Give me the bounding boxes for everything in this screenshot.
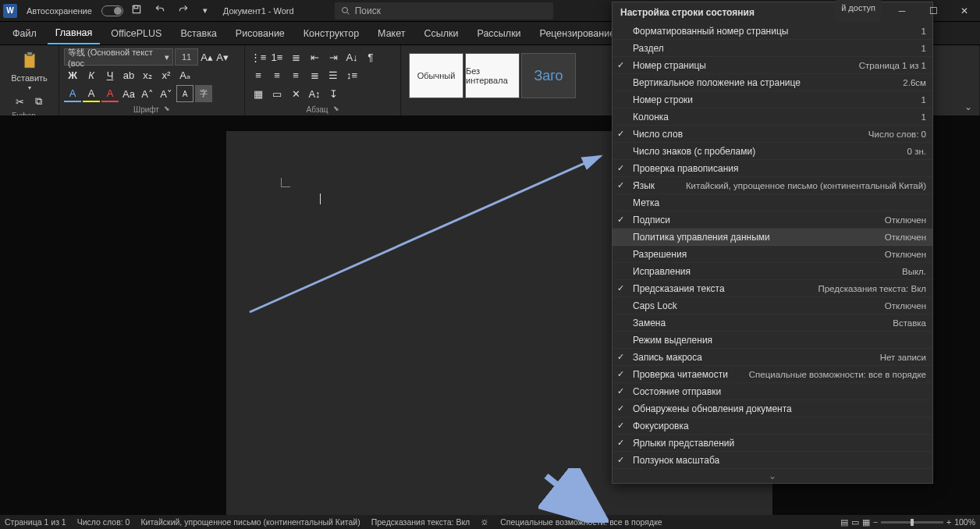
numbering-icon[interactable]: 1≡ [268,48,286,66]
font-dialog-launcher[interactable]: ⬊ [164,105,170,112]
tab-рецензирование[interactable]: Рецензирование [532,23,623,44]
search-box[interactable]: Поиск [335,2,553,20]
italic-button[interactable]: К [83,67,100,84]
zoom-in-icon[interactable]: + [946,517,951,527]
style-heading[interactable]: Заго [521,53,576,98]
statusbar-menu-item[interactable]: Раздел1 [612,40,932,57]
qat-more[interactable]: ▾ [197,5,214,16]
tab-рассылки[interactable]: Рассылки [470,23,529,44]
tab-ссылки[interactable]: Ссылки [416,23,466,44]
statusbar-menu-item[interactable]: ✓Состояние отправки [612,383,932,400]
clear-format-icon[interactable]: Aₐ [176,67,194,84]
status-predictions[interactable]: Предсказания текста: Вкл [371,517,470,527]
statusbar-menu-item[interactable]: ✓Обнаружены обновления документа [612,400,932,417]
statusbar-menu-item[interactable]: Форматированный номер страницы1 [612,23,932,40]
multilevel-icon[interactable]: ≣ [287,48,304,66]
align-left-icon[interactable]: ≡ [250,67,267,84]
statusbar-menu-item[interactable]: Метка [612,194,932,211]
status-words[interactable]: Число слов: 0 [77,517,130,527]
statusbar-menu-item[interactable]: ✓Ярлыки представлений [612,435,932,452]
change-case-icon[interactable]: Aa [120,85,137,102]
statusbar-menu-item[interactable]: РазрешенияОтключен [612,246,932,263]
grow-a-icon[interactable]: A˄ [139,85,156,102]
tab-officeplus[interactable]: OfficePLUS [103,23,169,44]
superscript-button[interactable]: x² [158,67,175,84]
statusbar-menu-item[interactable]: Колонка1 [612,108,932,126]
char-shading-icon[interactable]: 字 [195,85,212,102]
format-painter-icon[interactable]: ✂ [12,93,29,110]
maximize-button[interactable]: ☐ [918,0,949,22]
sort-icon[interactable]: A↓ [343,48,360,66]
zoom-out-icon[interactable]: − [873,517,878,527]
status-a11y-icon[interactable]: ⛭ [481,517,489,527]
font-color2-icon[interactable]: A [101,85,119,102]
subscript-button[interactable]: x₂ [139,67,156,84]
statusbar-menu-item[interactable]: ✓Проверка читаемостиСпециальные возможно… [612,366,932,383]
statusbar-menu-item[interactable]: Режим выделения [612,332,932,349]
zoom-slider[interactable] [881,521,943,524]
decrease-indent-icon[interactable]: ⇤ [306,48,323,66]
status-page[interactable]: Страница 1 из 1 [5,517,66,527]
statusbar-menu-item[interactable]: ✓Проверка правописания [612,160,932,177]
view-web-icon[interactable]: ▦ [862,517,870,527]
statusbar-menu-item[interactable]: Номер строки1 [612,91,932,108]
statusbar-menu-item[interactable]: ✓ПодписиОтключен [612,211,932,229]
justify-icon[interactable]: ≣ [306,67,323,84]
tab-главная[interactable]: Главная [48,23,101,44]
share-button[interactable]: й доступ [835,0,882,22]
align-center-icon[interactable]: ≡ [268,67,286,84]
autosave-toggle[interactable] [101,5,123,16]
underline-button[interactable]: Ч [101,67,119,84]
statusbar-menu-item[interactable]: ✓Фокусировка [612,417,932,435]
highlight-icon[interactable]: A [83,85,100,102]
tab-файл[interactable]: Файл [5,23,44,44]
show-marks-icon[interactable]: ¶ [362,48,379,66]
copy-icon[interactable]: ⧉ [30,93,48,110]
borders-icon[interactable]: ▭ [268,85,286,102]
style-normal[interactable]: Обычный [409,53,463,98]
paste-button[interactable]: Вставить ▾ [5,48,54,93]
line-spacing-icon[interactable]: ↕≡ [343,67,360,84]
bold-button[interactable]: Ж [64,67,81,84]
para5-icon[interactable]: ↧ [325,85,342,102]
distributed-icon[interactable]: ☰ [325,67,342,84]
font-size-combo[interactable]: 11 [175,48,198,66]
statusbar-menu-item[interactable]: Вертикальное положение на странице2.6см [612,74,932,91]
statusbar-menu-item[interactable]: ✓Число словЧисло слов: 0 [612,126,932,143]
grow-font-icon[interactable]: A▴ [200,48,214,66]
status-language[interactable]: Китайский, упрощенное письмо (континента… [140,517,360,527]
bullets-icon[interactable]: ⋮≡ [250,48,267,66]
shrink-font-icon[interactable]: A▾ [215,48,229,66]
statusbar-menu-item[interactable]: ✓Запись макросаНет записи [612,349,932,366]
menu-more-indicator[interactable]: ⌄ [612,469,932,483]
statusbar-menu-item[interactable]: Число знаков (с пробелами)0 зн. [612,143,932,160]
view-read-icon[interactable]: ▭ [851,517,859,527]
statusbar-menu-item[interactable]: ✓Предсказания текстаПредсказания текста:… [612,280,932,297]
tab-макет[interactable]: Макет [370,23,413,44]
tab-рисование[interactable]: Рисование [228,23,293,44]
statusbar-menu-item[interactable]: ИсправленияВыкл. [612,263,932,280]
zoom-percent[interactable]: 100% [954,517,975,527]
strike-button[interactable]: ab [120,67,137,84]
font-color-icon[interactable]: A [64,85,81,102]
collapse-ribbon-icon[interactable]: ⌄ [960,100,977,114]
redo-icon[interactable] [173,1,194,20]
minimize-button[interactable]: ─ [886,0,918,22]
shrink-a-icon[interactable]: A˅ [158,85,175,102]
align-right-icon[interactable]: ≡ [287,67,304,84]
status-a11y[interactable]: Специальные возможности: все в порядке [500,517,662,527]
statusbar-menu-item[interactable]: ✓ЯзыкКитайский, упрощенное письмо (конти… [612,177,932,194]
style-nospacing[interactable]: Без интервала [465,53,520,98]
sort2-icon[interactable]: A↕ [306,85,323,102]
statusbar-menu-item[interactable]: ЗаменаВставка [612,314,932,332]
statusbar-menu-item[interactable]: ✓Ползунок масштаба [612,452,932,469]
undo-icon[interactable] [150,1,170,20]
asian-layout-icon[interactable]: ✕ [287,85,304,102]
tab-вставка[interactable]: Вставка [172,23,224,44]
shading-icon[interactable]: ▦ [250,85,267,102]
para-dialog-launcher[interactable]: ⬊ [333,105,339,112]
tab-конструктор[interactable]: Конструктор [296,23,367,44]
statusbar-menu-item[interactable]: Политика управления даннымиОтключен [612,229,932,246]
save-icon[interactable] [126,1,147,20]
char-border-icon[interactable]: A [176,85,194,102]
